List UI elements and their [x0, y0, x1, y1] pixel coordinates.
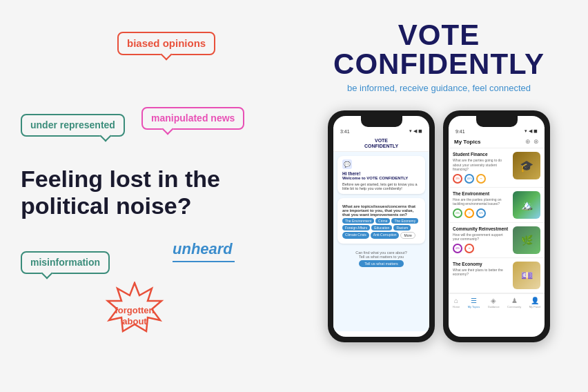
phone-2-notch: [476, 116, 518, 127]
tag-climate[interactable]: Climate Crisis: [342, 232, 369, 239]
tag-row-3: Climate Crisis Anti-Corruption More: [342, 232, 420, 239]
chat-footer: Can find what you care about? Tell us wh…: [337, 248, 425, 270]
nav-my-panel[interactable]: 👤 My Panel: [529, 297, 541, 308]
tag-foreign[interactable]: Foreign Affairs: [342, 225, 370, 231]
unheard-underline: [173, 261, 235, 262]
tag-economy[interactable]: The Economy: [391, 218, 418, 224]
nav-home[interactable]: ⌂ Home: [453, 297, 460, 308]
stat-e2: 🛡: [464, 208, 474, 218]
nav-community[interactable]: ♟ Community: [507, 297, 521, 308]
tag-racism[interactable]: Racism: [393, 225, 411, 231]
topic-stats-comm: 40% 🛡: [453, 244, 509, 253]
bubble-forgotten-about: forgotten about: [97, 282, 173, 351]
topic-item-economy[interactable]: The Economy What are their plans to bett…: [449, 258, 545, 293]
settings-icon-phone2[interactable]: ⊗: [533, 138, 539, 145]
vote-confidently-title: VOTE CONFIDENTLY: [333, 21, 545, 79]
tag-row-2: Foreign Affairs Education Racism: [342, 225, 420, 231]
stat-1: 35%: [453, 174, 462, 184]
unheard-text: unheard: [173, 240, 233, 258]
topic-item-environment[interactable]: The Environment How are the parties plan…: [449, 188, 545, 223]
phone-2-screen: 9:41 ▾ ◀ ◼ My Topics ⊕ ⊗ Student Finance…: [449, 116, 545, 337]
bubble-manipulated-news: manipulated news: [141, 107, 244, 130]
chat-area: 💬 Hi there! Welcome to VOTE CONFIDENTLY …: [333, 152, 429, 331]
main-heading: Feeling lost in the political noise?: [21, 166, 220, 219]
community-icon: ♟: [511, 297, 518, 304]
topic-stats-finance: 35% 100% 🛡: [453, 174, 509, 184]
topic-stats-env: 25% 🛡 62%: [453, 208, 509, 218]
phone-2-status: 9:41 ▾ ◀ ◼: [449, 127, 545, 135]
tag-crime[interactable]: Crime: [375, 218, 390, 224]
tell-us-button[interactable]: Tell us what matters: [359, 260, 404, 267]
search-icon-phone2[interactable]: ⊕: [525, 138, 531, 145]
tag-environment[interactable]: The Environment: [342, 218, 374, 224]
phone1-logo: VOTE CONFIDENTLY: [337, 138, 425, 148]
stat-3: 🛡: [476, 174, 486, 184]
phone-1-status: 3:41 ▾ ◀ ◼: [333, 127, 429, 135]
phone-2: 9:41 ▾ ◀ ◼ My Topics ⊕ ⊗ Student Finance…: [443, 110, 550, 342]
phone1-header: VOTE CONFIDENTLY: [333, 135, 429, 152]
phone2-nav: ⌂ Home ☰ My Topics ◈ Guidance ♟ Communit…: [449, 293, 545, 311]
tag-row-1: The Environment Crime The Economy: [342, 218, 420, 224]
tag-education[interactable]: Education: [371, 225, 392, 231]
phones-container: 3:41 ▾ ◀ ◼ VOTE CONFIDENTLY 💬 Hi there! …: [328, 110, 550, 342]
stat-e3: 62%: [476, 208, 486, 218]
guidance-icon: ◈: [491, 297, 496, 304]
tag-corruption[interactable]: Anti-Corruption: [371, 232, 400, 239]
stat-c2: 🛡: [464, 244, 474, 253]
stat-2: 100%: [464, 174, 474, 184]
topic-img-finance: 🎓: [513, 152, 540, 179]
phone-1-notch: [361, 116, 402, 127]
bubble-misinformation: misinformation: [21, 251, 110, 274]
topic-item-student-finance[interactable]: Student Finance What are the parties goi…: [449, 148, 545, 188]
bubble-biased-opinions: biased opinions: [117, 32, 215, 55]
topic-img-economy: 💷: [513, 262, 540, 289]
topic-img-env: 🏔️: [513, 191, 540, 219]
chat-icon: 💬: [342, 159, 352, 169]
phone-1: 3:41 ▾ ◀ ◼ VOTE CONFIDENTLY 💬 Hi there! …: [328, 110, 435, 342]
phone2-header: My Topics ⊕ ⊗: [449, 135, 545, 148]
chat-bubble-question: What are topics/issues/concerns that are…: [337, 198, 425, 244]
topic-item-community[interactable]: Community Reinvestment How will the gove…: [449, 223, 545, 258]
nav-my-topics[interactable]: ☰ My Topics: [468, 297, 480, 308]
home-icon: ⌂: [454, 297, 458, 304]
phone-1-screen: 3:41 ▾ ◀ ◼ VOTE CONFIDENTLY 💬 Hi there! …: [333, 116, 429, 337]
topics-icon: ☰: [471, 297, 477, 304]
stat-c1: 40%: [453, 244, 462, 253]
left-section: biased opinions under represented manipu…: [0, 0, 290, 392]
tag-more[interactable]: More: [400, 232, 415, 239]
bubble-under-represented: under represented: [21, 114, 125, 137]
nav-guidance[interactable]: ◈ Guidance: [488, 297, 500, 308]
topic-img-community: 🌿: [513, 226, 540, 254]
panel-icon: 👤: [531, 297, 539, 304]
chat-bubble-greeting: 💬 Hi there! Welcome to VOTE CONFIDENTLY …: [337, 156, 425, 194]
vote-subtitle: be informed, receive guidance, feel conn…: [347, 83, 531, 93]
stat-e1: 25%: [453, 208, 462, 218]
right-section: VOTE CONFIDENTLY be informed, receive gu…: [290, 0, 588, 392]
